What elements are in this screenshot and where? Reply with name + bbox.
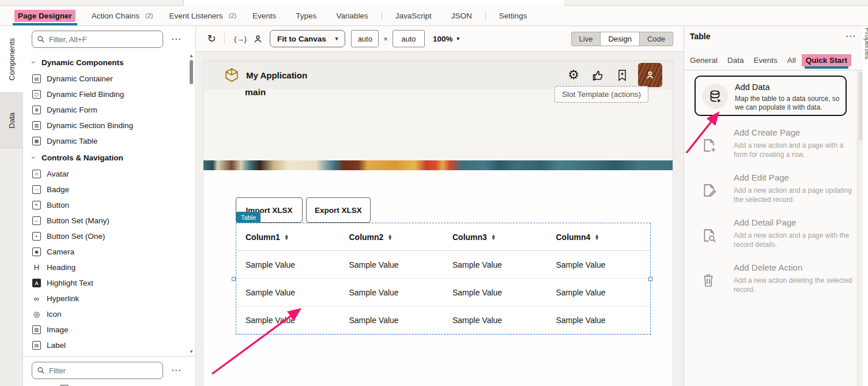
vbcs-page-designer: Page DesignerAction Chains(2)Event Liste… xyxy=(0,0,868,386)
components-scrollbar[interactable]: ▲ ▼ xyxy=(188,53,194,354)
section-header-controls-navigation[interactable]: ›Controls & Navigation xyxy=(23,149,187,166)
scrollbar-thumb[interactable] xyxy=(190,60,193,84)
slot-template-actions[interactable]: Slot Template (actions) xyxy=(554,86,648,103)
search-icon xyxy=(37,35,45,43)
component-item-dynamic-container[interactable]: ▤Dynamic Container xyxy=(23,71,187,87)
highlight-text-icon: A xyxy=(32,279,41,287)
canvas-width-input[interactable] xyxy=(351,30,379,47)
tab-variables[interactable]: Variables xyxy=(326,6,378,25)
structure-filter-input[interactable] xyxy=(49,366,158,375)
quick-start-add-data-card[interactable]: Add DataMap the table to a data source, … xyxy=(695,76,847,116)
dynamic-field-binding-icon: ▢ xyxy=(32,90,41,99)
user-avatar[interactable] xyxy=(638,63,662,87)
component-item-button-set-one-[interactable]: ▪Button Set (One) xyxy=(23,228,187,244)
canvas-height-input[interactable] xyxy=(393,30,425,47)
tab-javascript[interactable]: JavaScript xyxy=(386,6,441,25)
structure-filter[interactable] xyxy=(32,362,163,379)
component-item-camera[interactable]: ◉Camera xyxy=(23,244,187,260)
properties-tab-general[interactable]: General xyxy=(690,54,718,66)
quick-start-item-add-edit-page[interactable]: Add Edit PageAdd a new action and a page… xyxy=(695,169,855,214)
scroll-down-icon[interactable]: ▼ xyxy=(188,349,194,354)
scrollbar-thumb xyxy=(859,72,862,141)
component-item-hyperlink[interactable]: ∞Hyperlink xyxy=(23,291,187,306)
chevron-down-icon: ▾ xyxy=(456,36,459,42)
components-filter[interactable] xyxy=(32,31,163,48)
editor-tabbar: Page DesignerAction Chains(2)Event Liste… xyxy=(0,6,868,26)
component-item-badge[interactable]: ⋯Badge xyxy=(23,182,187,197)
scroll-up-icon[interactable]: ▲ xyxy=(188,53,194,58)
properties-tab-events[interactable]: Events xyxy=(754,54,778,66)
thumbs-up-icon[interactable] xyxy=(592,69,604,81)
tab-label: Types xyxy=(292,10,320,22)
component-item-button-set-many-[interactable]: ▪▪Button Set (Many) xyxy=(23,213,187,228)
structure-menu-button[interactable]: ⋯ xyxy=(171,368,182,373)
collapsed-panel-tab[interactable]: Properties xyxy=(862,28,868,73)
component-item-highlight-text[interactable]: AHighlight Text xyxy=(23,275,187,291)
mode-button-live[interactable]: Live xyxy=(571,32,601,46)
chevron-down-icon: › xyxy=(29,156,37,159)
refresh-icon[interactable]: ↻ xyxy=(205,32,218,45)
component-item-label: Heading xyxy=(47,263,76,272)
component-item-avatar[interactable]: ☺Avatar xyxy=(23,166,187,182)
component-item-heading[interactable]: HHeading xyxy=(23,260,187,275)
resize-handle-left[interactable] xyxy=(232,277,236,281)
mode-button-design[interactable]: Design xyxy=(600,32,639,46)
section-title: Controls & Navigation xyxy=(41,153,123,162)
user-mode-icon[interactable] xyxy=(250,34,265,44)
page-content: Import XLSX Export XLSX Table Column1▴▾C… xyxy=(203,170,673,386)
tab-settings[interactable]: Settings xyxy=(489,6,537,25)
component-item-button[interactable]: ↖Button xyxy=(23,197,187,213)
components-filter-input[interactable] xyxy=(49,35,158,44)
properties-tab-all[interactable]: All xyxy=(787,54,796,66)
properties-menu-button[interactable]: ⋯ xyxy=(846,33,856,39)
resize-handle-right[interactable] xyxy=(648,277,652,281)
component-item-label: Image xyxy=(47,325,69,334)
component-item-dynamic-section-binding[interactable]: ▥Dynamic Section Binding xyxy=(23,118,187,133)
mode-button-code[interactable]: Code xyxy=(639,32,673,46)
dynamic-container-icon: ▤ xyxy=(32,74,41,83)
button-set-one-icon: ▪ xyxy=(32,232,41,241)
rail-tab-data[interactable]: Data xyxy=(0,92,23,148)
live-pointer-icon[interactable]: (→) xyxy=(231,35,250,43)
component-item-image[interactable]: ▨Image xyxy=(23,322,187,338)
tab-label: Variables xyxy=(333,10,371,22)
rail-tab-components[interactable]: Components xyxy=(0,26,24,92)
tab-events[interactable]: Events xyxy=(243,6,286,25)
tab-action-chains[interactable]: Action Chains(2) xyxy=(82,6,160,25)
canvas-area: ↻ (→) Fit to Canvas ▾ × 100% ▾ LiveDesig… xyxy=(197,26,684,386)
export-xlsx-button[interactable]: Export XLSX xyxy=(306,197,371,223)
mode-switch: LiveDesignCode xyxy=(571,32,673,46)
structure-divider xyxy=(23,356,195,357)
properties-tab-label: Events xyxy=(754,56,778,65)
component-item-dynamic-field-binding[interactable]: ▢Dynamic Field Binding xyxy=(23,87,187,102)
components-menu-button[interactable]: ⋯ xyxy=(171,36,182,42)
structure-tree-item[interactable]: ▦ Grid Pa xyxy=(60,381,101,386)
tab-json[interactable]: JSON xyxy=(441,6,482,25)
component-item-dynamic-table[interactable]: ▦Dynamic Table xyxy=(23,133,187,149)
zoom-select[interactable]: 100% ▾ xyxy=(433,35,459,43)
quick-start-item-add-detail-page[interactable]: Add Detail PageAdd a new action and a pa… xyxy=(695,214,855,259)
properties-tab-data[interactable]: Data xyxy=(727,54,744,66)
properties-tab-quick-start[interactable]: Quick Start xyxy=(806,54,847,66)
gear-icon[interactable]: ⚙ xyxy=(568,69,579,81)
section-header-dynamic-components[interactable]: ›Dynamic Components xyxy=(23,54,187,71)
tab-event-listeners[interactable]: Event Listeners(2) xyxy=(160,6,243,25)
app-title: My Application xyxy=(246,70,307,80)
quick-start-title: Add Create Page xyxy=(734,128,800,137)
bookmark-add-icon[interactable] xyxy=(617,69,628,81)
quick-start-item-add-create-page[interactable]: Add Create PageAdd a new action and a pa… xyxy=(695,124,855,169)
canvas-size-select[interactable]: Fit to Canvas ▾ xyxy=(270,30,345,47)
chevron-down-icon: ▾ xyxy=(335,36,338,42)
component-item-label[interactable]: ▤Label xyxy=(23,338,187,353)
multiply-label: × xyxy=(383,35,388,43)
components-panel: ⋯ ›Dynamic Components▤Dynamic Container▢… xyxy=(23,26,196,386)
component-item-icon[interactable]: ◎Icon xyxy=(23,306,187,322)
tab-page-designer[interactable]: Page Designer xyxy=(8,6,82,25)
quick-start-item-add-delete-action[interactable]: Add Delete ActionAdd a new action deleti… xyxy=(695,259,855,304)
properties-tab-label: Quick Start xyxy=(802,54,851,66)
tab-types[interactable]: Types xyxy=(286,6,326,25)
component-item-dynamic-form[interactable]: ≣Dynamic Form xyxy=(23,102,187,118)
properties-scrollbar[interactable] xyxy=(857,70,863,386)
heading-icon: H xyxy=(32,263,41,272)
canvas-toolbar: ↻ (→) Fit to Canvas ▾ × 100% ▾ LiveDesig… xyxy=(197,26,684,52)
